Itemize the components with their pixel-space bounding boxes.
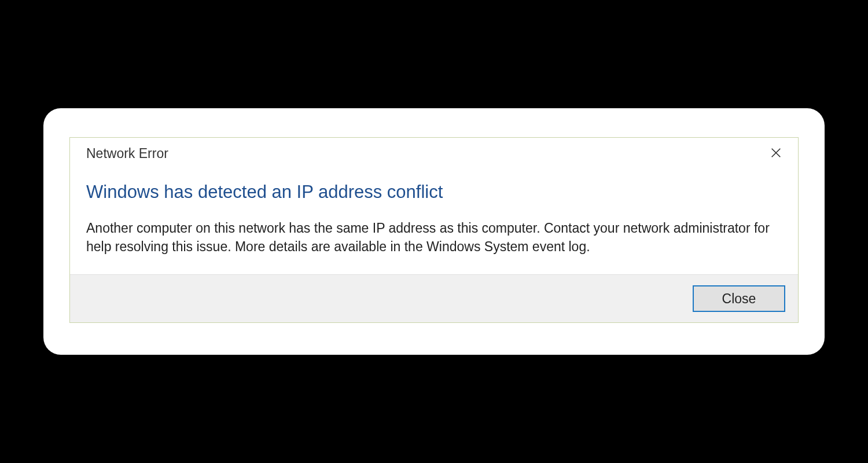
dialog-titlebar: Network Error: [70, 138, 798, 170]
dialog-headline: Windows has detected an IP address confl…: [86, 182, 782, 203]
dialog-footer: Close: [70, 274, 798, 322]
dialog-title: Network Error: [86, 146, 168, 161]
close-icon: [770, 146, 782, 161]
close-button-x[interactable]: [764, 144, 788, 164]
close-button[interactable]: Close: [693, 285, 785, 312]
dialog-content: Windows has detected an IP address confl…: [70, 170, 798, 274]
dialog-card: Network Error Windows has detected an IP…: [43, 108, 825, 355]
error-dialog: Network Error Windows has detected an IP…: [69, 137, 799, 323]
dialog-body-text: Another computer on this network has the…: [86, 219, 782, 256]
